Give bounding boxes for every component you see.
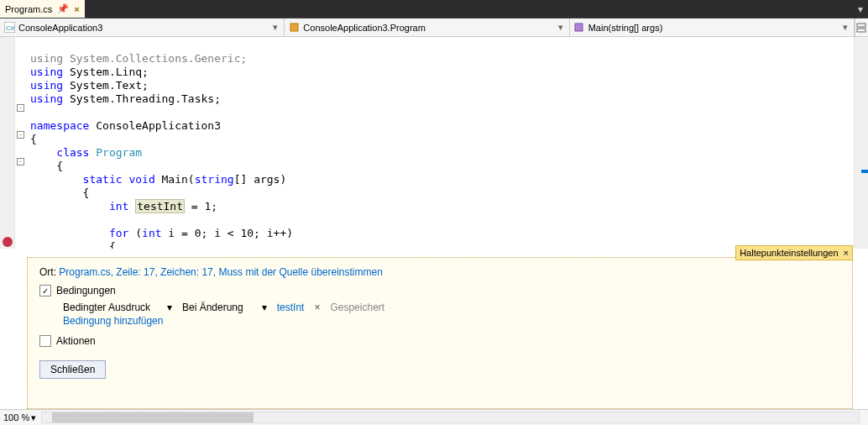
breakpoint-icon[interactable] bbox=[3, 237, 13, 247]
fold-toggle[interactable]: - bbox=[17, 158, 24, 165]
class-icon bbox=[288, 22, 300, 34]
conditions-label: Bedingungen bbox=[56, 285, 116, 296]
nav-class-text: ConsoleApplication3.Program bbox=[303, 23, 426, 33]
actions-checkbox[interactable] bbox=[39, 335, 51, 347]
location-row: Ort: Program.cs, Zeile: 17, Zeichen: 17,… bbox=[39, 266, 840, 278]
condition-row: Bedingter Ausdruck▾ Bei Änderung▾ testIn… bbox=[63, 302, 840, 313]
actions-label: Aktionen bbox=[56, 335, 96, 347]
condition-type-dropdown[interactable]: Bedingter Ausdruck▾ bbox=[63, 302, 172, 313]
chevron-down-icon: ▾ bbox=[262, 302, 267, 313]
nav-class-dropdown[interactable]: ConsoleApplication3.Program ▾ bbox=[285, 18, 569, 36]
saved-indicator: Gespeichert bbox=[330, 302, 384, 313]
location-link[interactable]: Program.cs, Zeile: 17, Zeichen: 17, Muss… bbox=[59, 266, 383, 278]
chevron-down-icon: ▾ bbox=[31, 412, 36, 423]
tab-filename: Program.cs bbox=[5, 4, 52, 14]
fold-toggle[interactable]: - bbox=[17, 131, 24, 139]
svg-rect-2 bbox=[290, 24, 298, 31]
actions-checkbox-row: Aktionen bbox=[39, 335, 840, 347]
horizontal-scrollbar[interactable] bbox=[41, 412, 860, 423]
pin-icon[interactable]: 📌 bbox=[57, 3, 69, 14]
status-bar: 100 % ▾ bbox=[0, 409, 868, 425]
code-editor[interactable]: using System.Collections.Generic; using … bbox=[27, 37, 868, 249]
editor-area: - - - using System.Collections.Generic; … bbox=[0, 37, 868, 409]
csharp-project-icon: C# bbox=[3, 22, 15, 34]
conditions-checkbox-row: ✓ Bedingungen bbox=[39, 285, 840, 296]
nav-member-dropdown[interactable]: Main(string[] args) ▾ bbox=[570, 18, 855, 36]
breakpoint-settings-panel: Ort: Program.cs, Zeile: 17, Zeichen: 17,… bbox=[27, 257, 853, 409]
svg-rect-4 bbox=[857, 24, 865, 27]
scrollbar-caret-marker bbox=[861, 170, 868, 173]
vertical-scrollbar[interactable] bbox=[854, 37, 868, 249]
breakpoint-settings-header: Haltepunkteinstellungen × bbox=[735, 245, 853, 260]
tab-strip-empty bbox=[85, 0, 853, 18]
svg-text:C#: C# bbox=[6, 24, 15, 32]
breakpoint-gutter[interactable] bbox=[0, 37, 15, 249]
nav-member-text: Main(string[] args) bbox=[588, 23, 663, 33]
add-condition-link[interactable]: Bedingung hinzufügen bbox=[63, 315, 163, 327]
chevron-down-icon: ▾ bbox=[840, 22, 850, 33]
svg-rect-5 bbox=[857, 29, 865, 32]
split-editor-button[interactable] bbox=[855, 18, 868, 36]
chevron-down-icon: ▾ bbox=[556, 22, 566, 33]
zoom-dropdown[interactable]: 100 % ▾ bbox=[3, 412, 36, 423]
nav-scope-dropdown[interactable]: C# ConsoleApplication3 ▾ bbox=[0, 18, 285, 36]
file-tab-program[interactable]: Program.cs 📌 × bbox=[0, 0, 85, 18]
close-button[interactable]: Schließen bbox=[39, 360, 106, 379]
close-icon[interactable]: × bbox=[74, 4, 79, 14]
remove-condition-icon[interactable]: × bbox=[314, 302, 320, 313]
fold-toggle[interactable]: - bbox=[17, 104, 24, 112]
close-icon[interactable]: × bbox=[844, 248, 849, 258]
chevron-down-icon: ▾ bbox=[270, 22, 280, 33]
navigation-bar: C# ConsoleApplication3 ▾ ConsoleApplicat… bbox=[0, 18, 868, 37]
method-icon bbox=[573, 22, 585, 34]
conditions-checkbox[interactable]: ✓ bbox=[39, 285, 51, 296]
svg-rect-3 bbox=[575, 24, 583, 31]
chevron-down-icon: ▾ bbox=[167, 302, 172, 313]
scrollbar-thumb[interactable] bbox=[52, 412, 254, 422]
tab-overflow-dropdown[interactable]: ▾ bbox=[853, 0, 868, 18]
condition-variable[interactable]: testInt bbox=[277, 302, 305, 313]
nav-scope-text: ConsoleApplication3 bbox=[18, 23, 102, 33]
zoom-value: 100 % bbox=[3, 412, 29, 422]
panel-title: Haltepunkteinstellungen bbox=[740, 248, 838, 258]
outline-gutter[interactable]: - - - bbox=[15, 37, 27, 249]
tab-bar: Program.cs 📌 × ▾ bbox=[0, 0, 868, 18]
location-label: Ort: bbox=[39, 266, 59, 278]
condition-mode-dropdown[interactable]: Bei Änderung▾ bbox=[182, 302, 267, 313]
